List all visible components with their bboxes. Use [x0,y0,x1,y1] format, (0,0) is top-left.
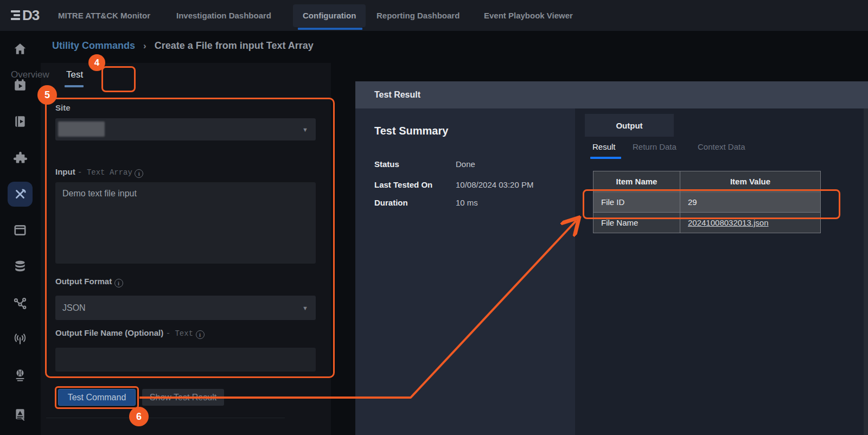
panel-bottom-divider [46,418,285,418]
puzzle-icon [13,151,28,165]
nav-investigation-dashboard[interactable]: Investigation Dashboard [176,0,271,31]
tab-overview[interactable]: Overview [11,69,49,80]
breadcrumb-utility-commands-link[interactable]: Utility Commands [52,40,135,52]
summary-last-tested-label: Last Tested On [374,180,432,189]
sidebar-item-incident-report[interactable] [8,401,33,426]
calendar-icon [13,223,27,237]
network-nodes-icon [13,296,27,310]
tab-test[interactable]: Test [66,69,83,80]
column-header-item-name: Item Name [593,171,680,192]
file-download-link[interactable]: 20241008032013.json [688,218,768,227]
annotation-box-test-command [55,386,139,409]
subtab-context-data[interactable]: Context Data [698,142,745,151]
annotation-box-test-tab [101,66,136,92]
sidebar-item-playbook[interactable] [8,109,33,134]
test-output-section: Output Result Return Data Context Data I… [575,108,868,435]
summary-status-value: Done [456,159,475,169]
test-result-title: Test Result [374,90,420,100]
table-header-row: Item Name Item Value [593,171,821,192]
test-result-header: Test Result [355,81,868,108]
vertical-scrollbar[interactable] [864,108,868,435]
tab-test-active-underline [65,85,84,87]
d3-logo-bars-icon [11,10,20,20]
sidebar-item-calendar[interactable] [8,218,33,242]
sidebar-item-geo-sites[interactable] [8,363,33,388]
annotation-badge-6: 6 [129,407,149,426]
test-summary-title: Test Summary [374,125,448,137]
nav-reporting-dashboard[interactable]: Reporting Dashboard [376,0,459,31]
summary-last-tested-value: 10/08/2024 03:20 PM [456,180,533,189]
annotation-box-file-id-row [583,189,840,219]
home-icon [13,42,27,56]
sidebar-item-utility-tools[interactable] [8,182,33,207]
sidebar-item-database[interactable] [8,254,33,279]
globe-lines-icon [13,368,27,382]
subtab-result-active-underline [590,157,621,159]
annotation-badge-5: 5 [37,85,57,105]
summary-duration-label: Duration [374,198,408,207]
annotation-box-form [45,98,335,378]
antenna-icon [13,332,27,346]
show-test-result-button[interactable]: Show Test Result [142,389,224,406]
test-summary-section: Test Summary Status Done Last Tested On … [355,108,575,435]
column-header-item-value: Item Value [680,171,821,192]
nav-active-underline [298,28,362,30]
nav-event-playbook-viewer[interactable]: Event Playbook Viewer [484,0,573,31]
nav-configuration[interactable]: Configuration [293,4,366,27]
document-warning-icon [13,407,27,421]
nav-mitre-attack-monitor[interactable]: MITRE ATT&CK Monitor [58,0,150,31]
annotation-badge-4: 4 [88,54,105,71]
subtab-result[interactable]: Result [592,142,616,151]
app-window: D3 MITRE ATT&CK Monitor Investigation Da… [0,0,868,435]
database-icon [13,259,27,273]
playbook-play-icon [13,114,27,129]
top-navigation-bar: D3 MITRE ATT&CK Monitor Investigation Da… [0,0,868,31]
summary-status-label: Status [374,159,399,169]
sidebar-item-integrations[interactable] [8,145,33,170]
tab-output[interactable]: Output [585,114,674,137]
tools-icon [13,187,27,201]
sidebar-item-home[interactable] [8,36,33,61]
breadcrumb-separator-icon: › [143,41,146,52]
d3-logo-text: D3 [22,7,39,23]
d3-logo[interactable]: D3 [11,7,39,23]
summary-duration-value: 10 ms [456,198,478,207]
sidebar-item-broadcast[interactable] [8,327,33,351]
sidebar-item-connections[interactable] [8,290,33,315]
page-title: Create a File from input Text Array [155,40,314,52]
subtab-return-data[interactable]: Return Data [633,142,676,151]
